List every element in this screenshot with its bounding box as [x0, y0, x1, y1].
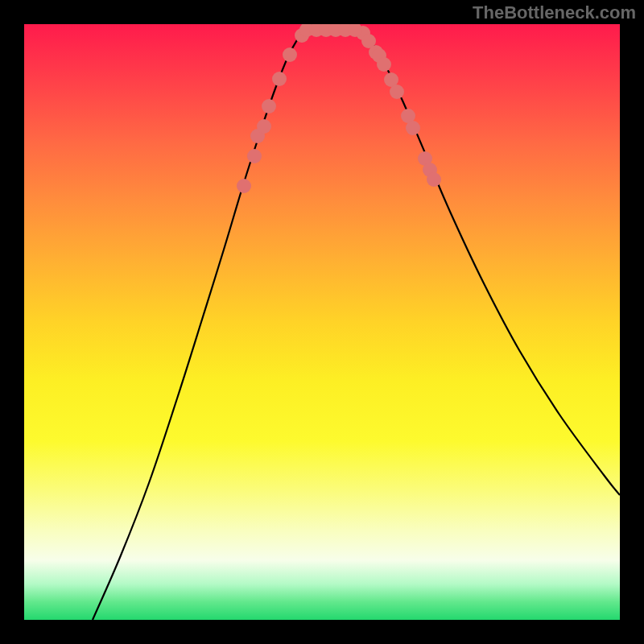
data-point	[257, 119, 271, 134]
data-point	[272, 72, 287, 86]
data-point	[406, 121, 420, 135]
data-point	[262, 99, 276, 114]
data-point	[283, 47, 297, 62]
data-point	[247, 149, 262, 163]
chart-frame	[24, 24, 620, 620]
data-point	[390, 85, 404, 99]
data-point	[377, 57, 391, 72]
curve-bottleneck-curve-left	[93, 24, 312, 620]
data-point	[427, 172, 441, 187]
chart-canvas	[24, 24, 620, 620]
watermark-text: TheBottleneck.com	[473, 2, 636, 23]
data-point	[237, 179, 251, 193]
